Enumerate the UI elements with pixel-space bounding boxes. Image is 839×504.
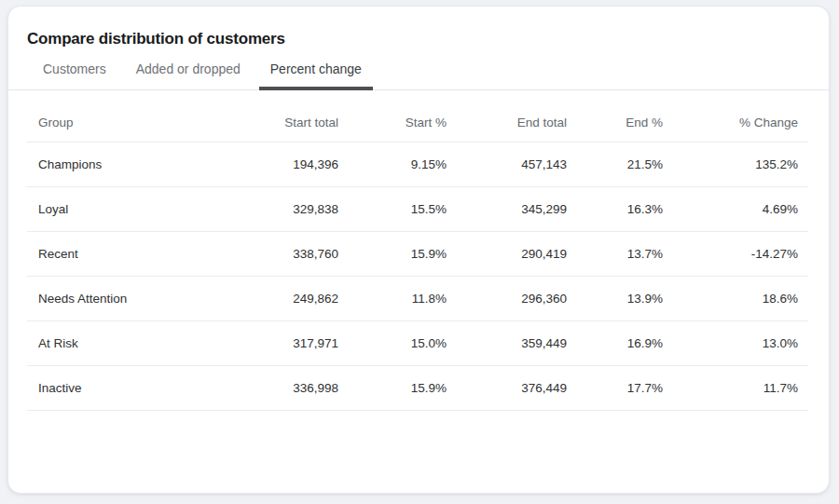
cell-start-total: 249,862 [223,277,338,321]
cell-end-percent: 21.5% [567,143,663,187]
cell-end-percent: 16.3% [567,187,663,232]
table-row: Recent 338,760 15.9% 290,419 13.7% -14.2… [27,232,808,277]
tab-bar: Customers Added or dropped Percent chang… [8,61,829,90]
cell-group: Recent [27,232,223,277]
cell-end-total: 359,449 [447,321,567,366]
table-row: Needs Attention 249,862 11.8% 296,360 13… [27,277,808,321]
page-background: Compare distribution of customers Custom… [0,0,839,504]
cell-end-total: 345,299 [447,187,567,232]
cell-end-total: 290,419 [447,232,567,277]
cell-start-total: 336,998 [223,366,338,411]
card-title: Compare distribution of customers [27,29,810,49]
cell-end-percent: 16.9% [567,321,663,366]
cell-start-total: 329,838 [223,187,338,232]
cell-start-total: 317,971 [223,321,338,366]
table-row: Loyal 329,838 15.5% 345,299 16.3% 4.69% [27,187,808,232]
table-header-row: Group Start total Start % End total End … [27,90,808,143]
table-row: Inactive 336,998 15.9% 376,449 17.7% 11.… [27,366,808,411]
cell-group: Loyal [27,187,223,232]
cell-end-total: 457,143 [447,143,567,187]
tab-added-or-dropped[interactable]: Added or dropped [125,61,252,89]
compare-distribution-card: Compare distribution of customers Custom… [7,6,830,494]
cell-percent-change: 11.7% [663,366,808,411]
tab-percent-change[interactable]: Percent change [259,61,373,89]
cell-start-percent: 11.8% [338,277,447,321]
cell-start-percent: 9.15% [338,143,447,187]
column-header-end-total: End total [447,90,567,143]
column-header-percent-change: % Change [663,90,808,143]
cell-end-total: 376,449 [447,366,567,411]
column-header-start-percent: Start % [338,90,447,143]
column-header-end-percent: End % [567,90,663,143]
cell-percent-change: 135.2% [663,143,808,187]
table-row: At Risk 317,971 15.0% 359,449 16.9% 13.0… [27,321,808,366]
cell-start-percent: 15.5% [338,187,447,232]
card-header: Compare distribution of customers [8,7,829,49]
column-header-group: Group [27,90,223,143]
cell-start-percent: 15.9% [338,232,447,277]
cell-end-total: 296,360 [447,277,567,321]
cell-percent-change: 4.69% [663,187,808,232]
tab-customers[interactable]: Customers [32,61,117,89]
table-container: Group Start total Start % End total End … [27,90,806,411]
cell-start-percent: 15.9% [338,366,447,411]
table-row: Champions 194,396 9.15% 457,143 21.5% 13… [27,143,808,187]
cell-group: Inactive [27,366,223,411]
cell-group: At Risk [27,321,223,366]
column-header-start-total: Start total [223,90,338,143]
cell-start-total: 338,760 [223,232,338,277]
cell-group: Champions [27,143,223,187]
cell-start-total: 194,396 [223,143,338,187]
percent-change-table: Group Start total Start % End total End … [27,90,808,411]
cell-group: Needs Attention [27,277,223,321]
cell-percent-change: 18.6% [663,277,808,321]
cell-start-percent: 15.0% [338,321,447,366]
cell-percent-change: -14.27% [663,232,808,277]
cell-percent-change: 13.0% [663,321,808,366]
cell-end-percent: 17.7% [567,366,663,411]
cell-end-percent: 13.9% [567,277,663,321]
cell-end-percent: 13.7% [567,232,663,277]
